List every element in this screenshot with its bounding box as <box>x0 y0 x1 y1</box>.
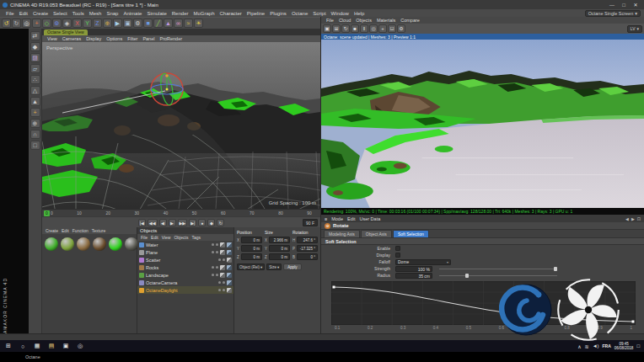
texture-tag-icon[interactable] <box>220 265 225 270</box>
tab-object-axis[interactable]: Object Axis <box>361 230 392 237</box>
menu-item[interactable]: Mesh <box>87 11 105 16</box>
explorer-icon[interactable]: ▤ <box>45 340 58 352</box>
menu-item[interactable]: Pipeline <box>244 11 267 16</box>
menu-item[interactable]: Octane <box>289 11 310 16</box>
visibility-dot[interactable] <box>212 266 214 269</box>
keyframe-button[interactable]: ◆ <box>207 219 215 226</box>
convert-icon[interactable]: ⇄ <box>30 31 40 40</box>
visibility-dot[interactable] <box>216 274 218 276</box>
snap-icon[interactable]: ∩ <box>30 130 40 139</box>
menu-item[interactable]: Render <box>169 11 191 16</box>
render-picture-icon[interactable]: ▣ <box>123 19 132 28</box>
viewport-menu-item[interactable]: Panel <box>140 36 157 41</box>
texture-tag-icon[interactable] <box>220 250 225 255</box>
refresh-render-icon[interactable]: ↻ <box>341 24 350 33</box>
next-frame-button[interactable]: ▶▶ <box>178 219 188 226</box>
axis-lock-icon[interactable]: + <box>30 108 40 117</box>
save-render-icon[interactable]: ▣ <box>323 24 331 33</box>
phong-tag-icon[interactable] <box>227 265 232 270</box>
lv-menu-item[interactable]: Objects <box>353 18 374 23</box>
visibility-dot[interactable] <box>212 274 214 276</box>
material-menu-item[interactable]: Create <box>44 228 60 233</box>
current-frame-marker[interactable]: 0 <box>44 210 50 216</box>
slider-knob[interactable] <box>554 267 557 271</box>
strength-field[interactable]: 100 % <box>395 266 432 272</box>
action-center-icon[interactable]: □ <box>636 343 640 349</box>
texture-tag-icon[interactable] <box>220 273 225 278</box>
coords-icon[interactable]: ⊕ <box>30 119 40 128</box>
record-button[interactable]: ● <box>198 219 206 226</box>
menu-item[interactable]: Animate <box>121 11 144 16</box>
prev-key-button[interactable]: ◀◀ <box>148 219 158 226</box>
scale-icon[interactable]: ◇ <box>42 19 51 28</box>
texture-tag-icon[interactable] <box>220 242 225 248</box>
render-region-icon[interactable]: ⊡ <box>388 24 396 33</box>
visibility-dot[interactable] <box>223 281 225 284</box>
visibility-dot[interactable] <box>212 251 214 253</box>
layout-selector[interactable]: Octane Single Screen ▾ <box>585 10 641 17</box>
light-tag-icon[interactable] <box>227 288 232 293</box>
tray-expand-icon[interactable]: ∧ <box>577 343 581 349</box>
move-icon[interactable]: + <box>32 19 41 28</box>
open-render-icon[interactable]: ⊞ <box>332 24 341 33</box>
apply-button[interactable]: Apply <box>283 264 301 270</box>
end-frame-field[interactable]: 90 F <box>303 219 318 226</box>
menu-item[interactable]: Snap <box>104 11 121 16</box>
network-icon[interactable]: ≋ <box>585 343 589 349</box>
object-row[interactable]: Scatter <box>137 256 233 264</box>
visibility-dot[interactable] <box>218 289 221 291</box>
size-y-field[interactable]: 0 m <box>269 245 290 252</box>
menu-item[interactable]: Select <box>51 11 70 16</box>
object-row-selected[interactable]: OctaneDaylight <box>137 286 233 294</box>
visibility-dot[interactable] <box>216 243 218 246</box>
viewport-canvas[interactable]: Perspective Grid Spacing : 100 m <box>42 42 320 209</box>
taskbar-app-icon[interactable]: ◎ <box>73 340 87 352</box>
camera-tag-icon[interactable] <box>227 280 232 285</box>
visibility-dot[interactable] <box>218 281 221 284</box>
language-indicator[interactable]: FRA <box>603 343 611 349</box>
viewport-menu-item[interactable]: Cameras <box>60 36 83 41</box>
last-tool-icon[interactable]: ◈ <box>62 19 72 28</box>
play-button[interactable]: ▶ <box>169 219 176 226</box>
tab-modeling-axis[interactable]: Modeling Axis <box>324 230 360 237</box>
subdivision-icon[interactable]: ▲ <box>164 19 173 28</box>
position-z-field[interactable]: 0 m <box>241 253 262 260</box>
timeline-ruler[interactable]: 0 0 10 20 30 40 50 60 70 80 90 <box>42 209 320 216</box>
rotation-b-field[interactable]: 0 ° <box>297 253 318 260</box>
goto-start-button[interactable]: |◀ <box>138 219 146 226</box>
rotation-p-field[interactable]: -17.325 ° <box>297 245 318 252</box>
render-view[interactable] <box>321 40 644 208</box>
strength-slider[interactable] <box>439 269 557 269</box>
device-dropdown[interactable]: LV▾ <box>627 25 642 33</box>
pin-icon[interactable]: ⊡ <box>637 216 641 221</box>
rotate-icon[interactable]: ⊚ <box>52 19 62 28</box>
material-swatch[interactable] <box>125 237 138 251</box>
menu-item[interactable]: Character <box>217 11 244 16</box>
coords-size-dropdown[interactable]: Size▾ <box>266 264 282 270</box>
material-swatch[interactable] <box>109 237 122 251</box>
maximize-button[interactable]: □ <box>618 0 630 9</box>
mode-tab[interactable]: Edit <box>347 216 355 221</box>
visibility-dot[interactable] <box>216 266 218 269</box>
layers-icon[interactable]: □ <box>30 141 40 150</box>
viewport-menu-item[interactable]: View <box>45 36 60 41</box>
stop-render-icon[interactable]: ■ <box>351 24 359 33</box>
undo-icon[interactable]: ↺ <box>2 19 11 28</box>
enable-checkbox[interactable] <box>395 246 400 251</box>
coords-mode-dropdown[interactable]: Object (Rel)▾ <box>237 264 265 270</box>
viewport-tab[interactable]: Octane Single View <box>44 29 88 35</box>
task-view-icon[interactable]: ▦ <box>30 340 44 352</box>
radius-field[interactable]: 35 cm <box>395 273 432 279</box>
viewport-menu-item[interactable]: Display <box>83 36 104 41</box>
volume-icon[interactable]: ◄) <box>593 343 599 349</box>
minimize-button[interactable]: — <box>606 0 618 9</box>
menu-item[interactable]: Window <box>329 11 352 16</box>
material-menu-item[interactable]: Edit <box>60 228 71 233</box>
texture-mode-icon[interactable]: ▨ <box>30 53 40 62</box>
material-swatch[interactable] <box>77 237 90 251</box>
nav-back-icon[interactable]: ◀ <box>625 216 629 221</box>
points-mode-icon[interactable]: ∴ <box>30 75 40 84</box>
viewport-menu-item[interactable]: Options <box>104 36 125 41</box>
menu-item[interactable]: Create <box>30 11 51 16</box>
menu-item[interactable]: MoGraph <box>191 11 217 16</box>
